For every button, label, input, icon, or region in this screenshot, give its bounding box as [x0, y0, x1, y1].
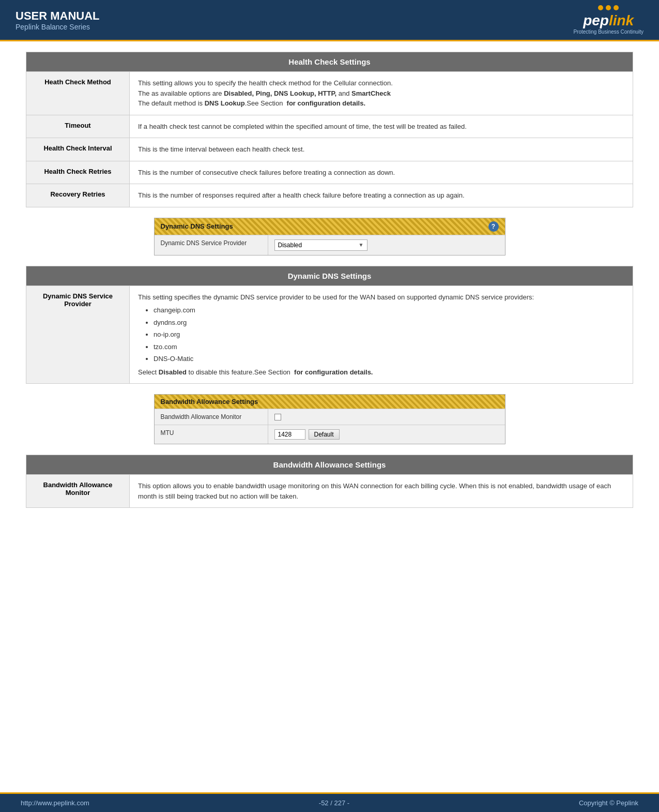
health-check-retries-label: Health Check Retries: [26, 161, 130, 184]
mtu-value: Default: [268, 425, 505, 444]
dynamic-dns-select-value: Disabled: [278, 242, 302, 249]
header-titles: USER MANUAL Peplink Balance Series: [16, 9, 100, 31]
disabled-bold: Disabled: [159, 368, 187, 376]
dynamic-dns-ui-header: Dynamic DNS Settings ?: [155, 218, 505, 235]
dynamic-dns-settings-header: Dynamic DNS Settings: [26, 266, 633, 285]
dns-lookup-bold: DNS Lookup: [205, 99, 245, 107]
page-header: USER MANUAL Peplink Balance Series pepli…: [0, 0, 659, 41]
footer-copyright: Copyright © Peplink: [579, 799, 638, 807]
bandwidth-allowance-monitor-desc: This option allows you to enable bandwid…: [130, 475, 633, 508]
health-check-interval-desc: This is the time interval between each h…: [130, 138, 633, 161]
health-check-settings-table: Health Check Settings Heath Check Method…: [26, 52, 633, 207]
dynamic-dns-ui-row: Dynamic DNS Service Provider Disabled ▼: [155, 235, 505, 255]
header-subtitle: Peplink Balance Series: [16, 23, 100, 31]
options-bold: Disabled, Ping, DNS Lookup, HTTP,: [224, 89, 336, 97]
bandwidth-monitor-label: Bandwidth Allowance Monitor: [155, 409, 268, 425]
table-row: Health Check Interval This is the time i…: [26, 138, 633, 161]
logo-dot-1: [598, 5, 603, 10]
bandwidth-settings-header: Bandwidth Allowance Settings: [26, 455, 633, 475]
health-check-retries-desc: This is the number of consecutive check …: [130, 161, 633, 184]
dynamic-dns-service-provider-label: Dynamic DNS Service Provider: [155, 235, 268, 255]
logo-text-accent: link: [609, 12, 634, 28]
timeout-label: Timeout: [26, 115, 130, 138]
dns-providers-list: changeip.com dyndns.org no-ip.org tzo.co…: [154, 305, 624, 364]
list-item: changeip.com: [154, 305, 624, 315]
dns-footer-text: Select Disabled to disable this feature.…: [138, 368, 373, 376]
table-row: Heath Check Method This setting allows y…: [26, 72, 633, 115]
logo-tagline: Protecting Business Continuity: [573, 29, 643, 35]
footer-url[interactable]: http://www.peplink.com: [21, 799, 89, 807]
mtu-label: MTU: [155, 425, 268, 444]
dynamic-dns-provider-desc: This setting specifies the dynamic DNS s…: [130, 285, 633, 384]
bandwidth-monitor-value: [268, 409, 505, 425]
health-check-interval-label: Health Check Interval: [26, 138, 130, 161]
mtu-default-button[interactable]: Default: [309, 429, 340, 440]
bandwidth-ui-block: Bandwidth Allowance Settings Bandwidth A…: [154, 394, 505, 444]
dynamic-dns-settings-table: Dynamic DNS Settings Dynamic DNS Service…: [26, 266, 633, 384]
page-footer: http://www.peplink.com -52 / 227 - Copyr…: [0, 792, 659, 812]
config-details-bold: for configuration details.: [294, 368, 373, 376]
dynamic-dns-select[interactable]: Disabled ▼: [274, 239, 367, 251]
table-row: Bandwidth Allowance Monitor This option …: [26, 475, 633, 508]
header-title: USER MANUAL: [16, 9, 100, 23]
heath-check-method-desc: This setting allows you to specify the h…: [130, 72, 633, 115]
dynamic-dns-provider-label: Dynamic DNS Service Provider: [26, 285, 130, 384]
bandwidth-allowance-monitor-label: Bandwidth Allowance Monitor: [26, 475, 130, 508]
select-arrow-icon: ▼: [359, 242, 364, 248]
bandwidth-monitor-checkbox[interactable]: [274, 414, 281, 420]
logo-dot-3: [614, 5, 619, 10]
logo-area: peplink Protecting Business Continuity: [573, 5, 643, 35]
list-item: no-ip.org: [154, 329, 624, 340]
bandwidth-ui-header: Bandwidth Allowance Settings: [155, 395, 505, 409]
timeout-desc: If a health check test cannot be complet…: [130, 115, 633, 138]
help-icon[interactable]: ?: [488, 221, 499, 232]
health-check-settings-header: Health Check Settings: [26, 52, 633, 72]
table-row: Timeout If a health check test cannot be…: [26, 115, 633, 138]
list-item: dyndns.org: [154, 318, 624, 328]
bandwidth-ui-header-text: Bandwidth Allowance Settings: [161, 398, 258, 405]
logo-dot-2: [606, 5, 611, 10]
dynamic-dns-service-provider-value: Disabled ▼: [268, 235, 505, 255]
table-row: Recovery Retries This is the number of r…: [26, 184, 633, 207]
list-item: tzo.com: [154, 342, 624, 352]
config-link: for configuration details.: [287, 99, 365, 107]
logo-dots: [598, 5, 619, 10]
heath-check-method-label: Heath Check Method: [26, 72, 130, 115]
table-row: Health Check Retries This is the number …: [26, 161, 633, 184]
list-item: DNS-O-Matic: [154, 354, 624, 364]
dynamic-dns-ui-header-text: Dynamic DNS Settings: [161, 222, 233, 230]
mtu-input[interactable]: [274, 429, 305, 440]
smartcheck-bold: SmartCheck: [351, 89, 391, 97]
logo-text: peplink: [583, 12, 634, 29]
footer-page: -52 / 227 -: [319, 799, 349, 807]
main-content: Health Check Settings Heath Check Method…: [0, 41, 659, 792]
dynamic-dns-ui-block: Dynamic DNS Settings ? Dynamic DNS Servi…: [154, 218, 505, 255]
recovery-retries-desc: This is the number of responses required…: [130, 184, 633, 207]
bandwidth-monitor-row: Bandwidth Allowance Monitor: [155, 409, 505, 425]
mtu-row: MTU Default: [155, 425, 505, 444]
bandwidth-settings-table: Bandwidth Allowance Settings Bandwidth A…: [26, 455, 633, 508]
recovery-retries-label: Recovery Retries: [26, 184, 130, 207]
table-row: Dynamic DNS Service Provider This settin…: [26, 285, 633, 384]
